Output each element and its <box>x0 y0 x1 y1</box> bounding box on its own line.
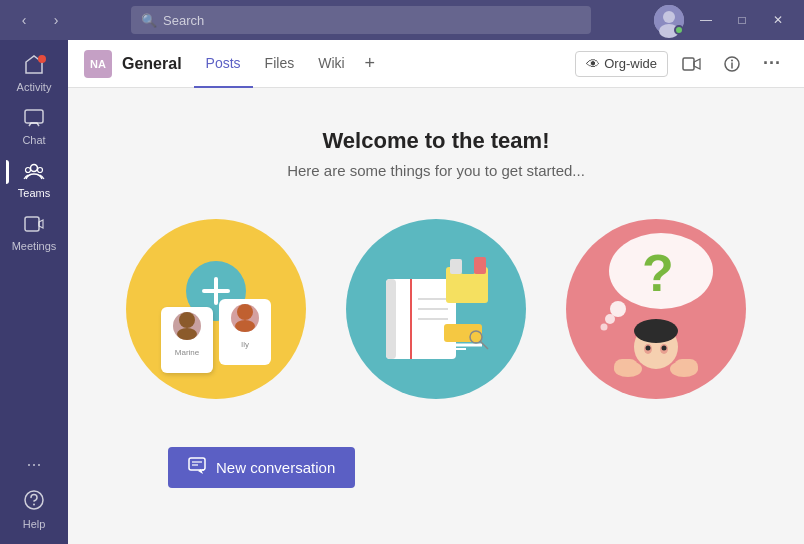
svg-rect-36 <box>474 257 486 274</box>
sidebar-item-chat-label: Chat <box>22 134 45 146</box>
sidebar-item-help[interactable]: Help <box>6 483 62 536</box>
tab-posts[interactable]: Posts <box>194 40 253 88</box>
new-conversation-button[interactable]: New conversation <box>168 447 355 488</box>
svg-text:Ily: Ily <box>241 340 249 349</box>
new-conversation-label: New conversation <box>216 459 335 476</box>
channel-avatar: NA <box>84 50 112 78</box>
svg-rect-29 <box>386 279 396 359</box>
content-area: NA General Posts Files Wiki + 👁 Org-wide <box>68 40 804 544</box>
channel-tabs: Posts Files Wiki + <box>194 40 384 88</box>
svg-point-46 <box>605 314 615 324</box>
more-options-button[interactable]: ··· <box>756 48 788 80</box>
svg-point-47 <box>601 324 608 331</box>
org-wide-label: Org-wide <box>604 56 657 71</box>
svg-point-6 <box>26 168 31 173</box>
svg-point-21 <box>177 328 197 340</box>
svg-point-14 <box>731 59 733 61</box>
svg-point-20 <box>179 312 195 328</box>
sidebar-item-activity-label: Activity <box>17 81 52 93</box>
svg-point-1 <box>663 11 675 23</box>
svg-point-3 <box>38 55 46 63</box>
user-avatar-button[interactable] <box>654 5 684 35</box>
org-wide-button[interactable]: 👁 Org-wide <box>575 51 668 77</box>
sidebar-item-teams[interactable]: Teams <box>6 154 62 205</box>
main-layout: Activity Chat Te <box>0 40 804 544</box>
welcome-title: Welcome to the team! <box>323 128 550 154</box>
illustrations: Marine Ily <box>126 219 746 399</box>
sidebar-item-activity[interactable]: Activity <box>6 48 62 99</box>
search-bar[interactable]: 🔍 <box>131 6 591 34</box>
svg-rect-11 <box>683 58 694 70</box>
nav-forward-button[interactable]: › <box>44 8 68 32</box>
svg-point-25 <box>237 304 253 320</box>
nav-back-button[interactable]: ‹ <box>12 8 36 32</box>
illustration-help: ? <box>566 219 746 399</box>
svg-point-45 <box>610 301 626 317</box>
sidebar-item-meetings[interactable]: Meetings <box>6 207 62 258</box>
help-icon <box>23 489 45 516</box>
title-bar: ‹ › 🔍 — □ ✕ <box>0 0 804 40</box>
new-conversation-icon <box>188 457 206 478</box>
search-input[interactable] <box>163 13 581 28</box>
svg-point-57 <box>662 346 667 351</box>
svg-point-26 <box>235 320 255 332</box>
video-call-button[interactable] <box>676 48 708 80</box>
svg-point-49 <box>634 319 678 343</box>
svg-text:?: ? <box>642 244 674 302</box>
info-button[interactable] <box>716 48 748 80</box>
channel-name: General <box>122 55 182 73</box>
maximize-button[interactable]: □ <box>728 6 756 34</box>
online-indicator <box>674 25 684 35</box>
svg-rect-4 <box>25 110 43 123</box>
meetings-icon <box>23 213 45 238</box>
activity-icon <box>23 54 45 79</box>
svg-rect-52 <box>614 359 638 375</box>
close-button[interactable]: ✕ <box>764 6 792 34</box>
svg-point-9 <box>25 491 43 509</box>
svg-rect-38 <box>444 324 482 342</box>
svg-point-56 <box>646 346 651 351</box>
channel-header-right: 👁 Org-wide ··· <box>575 48 788 80</box>
sidebar-more-button[interactable]: ··· <box>26 454 41 475</box>
tab-files[interactable]: Files <box>253 40 307 88</box>
sidebar: Activity Chat Te <box>0 40 68 544</box>
svg-point-7 <box>38 168 43 173</box>
org-wide-icon: 👁 <box>586 56 600 72</box>
chat-icon <box>23 107 45 132</box>
minimize-button[interactable]: — <box>692 6 720 34</box>
title-bar-right: — □ ✕ <box>654 5 792 35</box>
sidebar-item-teams-label: Teams <box>18 187 50 199</box>
teams-icon <box>23 160 45 185</box>
illustration-notes <box>346 219 526 399</box>
add-tab-button[interactable]: + <box>357 40 384 88</box>
svg-point-10 <box>33 504 35 506</box>
title-bar-left: ‹ › <box>12 8 68 32</box>
svg-text:Marine: Marine <box>175 348 200 357</box>
sidebar-item-meetings-label: Meetings <box>12 240 57 252</box>
svg-point-5 <box>31 165 38 172</box>
sidebar-item-help-label: Help <box>23 518 46 530</box>
tab-wiki[interactable]: Wiki <box>306 40 356 88</box>
welcome-subtitle: Here are some things for you to get star… <box>287 162 585 179</box>
svg-rect-8 <box>25 217 39 231</box>
svg-rect-37 <box>450 259 462 274</box>
search-icon: 🔍 <box>141 13 157 28</box>
sidebar-item-chat[interactable]: Chat <box>6 101 62 152</box>
svg-point-61 <box>202 469 204 471</box>
main-content: Welcome to the team! Here are some thing… <box>68 88 804 544</box>
svg-rect-35 <box>461 254 475 274</box>
illustration-people: Marine Ily <box>126 219 306 399</box>
channel-header: NA General Posts Files Wiki + 👁 Org-wide <box>68 40 804 88</box>
svg-rect-53 <box>674 359 698 375</box>
svg-rect-58 <box>189 458 205 470</box>
